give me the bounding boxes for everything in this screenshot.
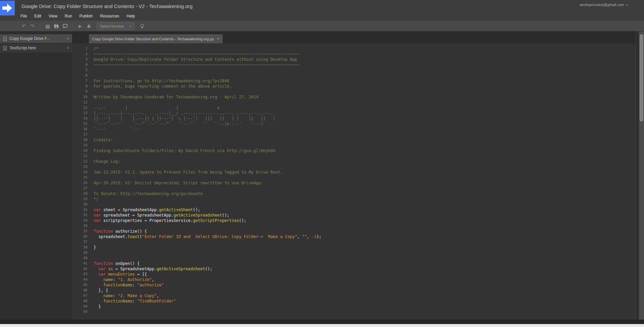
code-line: 27 xyxy=(72,186,636,191)
line-number: 19 xyxy=(72,143,88,148)
code-text: name: "1. Authorize", xyxy=(88,277,154,282)
chevron-down-icon: ▾ xyxy=(129,25,131,28)
redo-icon[interactable]: ↷ xyxy=(28,22,37,30)
code-text: var menuEntries = [{ xyxy=(88,272,147,277)
code-text: function onOpen() { xyxy=(88,261,140,266)
line-number: 6 xyxy=(72,73,88,78)
code-text xyxy=(88,223,94,229)
line-number: 34 xyxy=(72,223,88,229)
line-number: 5 xyxy=(72,67,88,73)
code-line: 33var scriptproperties = PropertiesServi… xyxy=(72,218,636,223)
code-line: 7For instructions, go to http://techawak… xyxy=(72,78,636,84)
scrollbar-thumb[interactable] xyxy=(640,34,643,122)
file-label: TestScript.html xyxy=(9,46,36,50)
project-title: Google Drive: Copy Folder Structure and … xyxy=(21,3,193,9)
code-text: var ss = SpreadsheetApp.getActiveSpreads… xyxy=(88,266,212,272)
code-text: ~~~~~~~~~~~~~~~~~~~~~~~~~~~~~~~~~~~~~~~~… xyxy=(88,62,300,67)
code-editor[interactable]: 1/*2~~~~~~~~~~~~~~~~~~~~~~~~~~~~~~~~~~~~… xyxy=(72,43,636,320)
code-line: 31var sheet = SpreadsheetApp.getActiveSh… xyxy=(72,207,636,213)
code-line: 19 xyxy=(72,143,636,148)
line-number: 2 xyxy=(72,51,88,57)
line-number: 31 xyxy=(72,207,88,213)
file-item[interactable]: TestScript.html▾ xyxy=(0,44,72,52)
main-content: Copy Google Drive F...▾TestScript.html▾ … xyxy=(0,32,644,320)
code-line: 45 functionName: "authorize" xyxy=(72,282,636,288)
code-line: 36 spreadsheet.toast("Enter Folder ID an… xyxy=(72,234,636,239)
file-menu-caret-icon[interactable]: ▾ xyxy=(67,46,69,50)
undo-icon[interactable]: ↶ xyxy=(19,22,28,30)
line-number: 8 xyxy=(72,84,88,89)
code-line: 2~~~~~~~~~~~~~~~~~~~~~~~~~~~~~~~~~~~~~~~… xyxy=(72,51,636,57)
line-number: 28 xyxy=(72,191,88,196)
code-line: 12--,-- | | o xyxy=(72,105,636,110)
vertical-scrollbar[interactable] xyxy=(639,32,644,320)
menu-publish[interactable]: Publish xyxy=(76,12,96,20)
editor-tab[interactable]: Copy Google Drive Folder Structure and C… xyxy=(89,34,223,43)
save-icon[interactable] xyxy=(52,22,61,30)
menu-file[interactable]: File xyxy=(17,12,31,20)
menu-run[interactable]: Run xyxy=(61,12,76,20)
code-text xyxy=(88,100,94,105)
run-icon[interactable]: ▶ xyxy=(76,22,85,30)
code-line: 34 xyxy=(72,223,636,229)
select-function-dropdown[interactable]: Select function ▾ xyxy=(97,22,135,30)
code-text: --,-- | | o xyxy=(88,105,220,110)
menubar: FileEditViewRunPublishResourcesHelp xyxy=(17,12,139,20)
code-line: 25 xyxy=(72,175,636,180)
code-text: functionName: "findRootFolder" xyxy=(88,298,176,304)
line-number: 22 xyxy=(72,159,88,164)
tab-close-icon[interactable]: × xyxy=(217,36,219,41)
code-text: |,---.,---.|---.,---.. . .,---.|__/ ,---… xyxy=(88,110,273,116)
code-text: } xyxy=(88,245,96,250)
code-text: Apr-29-2015: V2: DocList deprecated, Scr… xyxy=(88,180,263,186)
line-number: 12 xyxy=(72,105,88,110)
code-line: 46 }, { xyxy=(72,288,636,293)
code-line: 41function onOpen() { xyxy=(72,261,636,266)
line-number: 40 xyxy=(72,255,88,261)
line-number: 18 xyxy=(72,137,88,143)
file-item[interactable]: Copy Google Drive F...▾ xyxy=(0,34,72,43)
line-number: 11 xyxy=(72,100,88,105)
chevron-down-icon: ▾ xyxy=(626,3,628,7)
line-number: 10 xyxy=(72,94,88,100)
code-line: 40 xyxy=(72,255,636,261)
account-menu[interactable]: anolisporcatus@gmail.com ▾ xyxy=(580,3,628,7)
menu-help[interactable]: Help xyxy=(123,12,139,20)
code-text xyxy=(88,164,94,170)
logs-icon[interactable] xyxy=(61,22,69,30)
debug-icon[interactable] xyxy=(85,22,93,30)
editor-tab-label: Copy Google Drive Folder Structure and C… xyxy=(92,37,214,41)
menu-resources[interactable]: Resources xyxy=(96,12,123,20)
code-text: spreadsheet.toast("Enter Folder ID and S… xyxy=(88,234,321,239)
line-number: 20 xyxy=(72,148,88,153)
code-line: 42 var ss = SpreadsheetApp.getActiveSpre… xyxy=(72,266,636,272)
line-number: 44 xyxy=(72,277,88,282)
code-line: 23 xyxy=(72,164,636,170)
code-text: functionName: "authorize" xyxy=(88,282,164,288)
code-text xyxy=(88,309,94,315)
line-number: 32 xyxy=(72,213,88,218)
horizontal-scrollbar-track[interactable] xyxy=(0,320,644,324)
line-number: 46 xyxy=(72,288,88,293)
menu-edit[interactable]: Edit xyxy=(31,12,45,20)
menu-view[interactable]: View xyxy=(45,12,61,20)
code-line: 29*/ xyxy=(72,196,636,202)
indent-icon[interactable]: ▤ xyxy=(43,22,52,30)
line-number: 9 xyxy=(72,89,88,94)
code-line: 22Change Log: xyxy=(72,159,636,164)
overview-ruler xyxy=(636,32,639,320)
file-menu-caret-icon[interactable]: ▾ xyxy=(67,37,69,40)
line-number: 47 xyxy=(72,293,88,298)
code-text xyxy=(88,250,94,255)
toolbar-separator xyxy=(72,23,73,29)
code-text: */ xyxy=(88,196,98,202)
line-number: 21 xyxy=(72,153,88,159)
lightbulb-icon[interactable] xyxy=(138,22,147,30)
code-line: 35function authorize() { xyxy=(72,229,636,234)
code-text: For queries, bugs reporting comment on t… xyxy=(88,84,232,89)
code-text xyxy=(88,67,94,73)
code-text xyxy=(88,239,94,245)
code-line: 39 xyxy=(72,250,636,255)
code-line: 21 xyxy=(72,153,636,159)
line-number: 33 xyxy=(72,218,88,223)
